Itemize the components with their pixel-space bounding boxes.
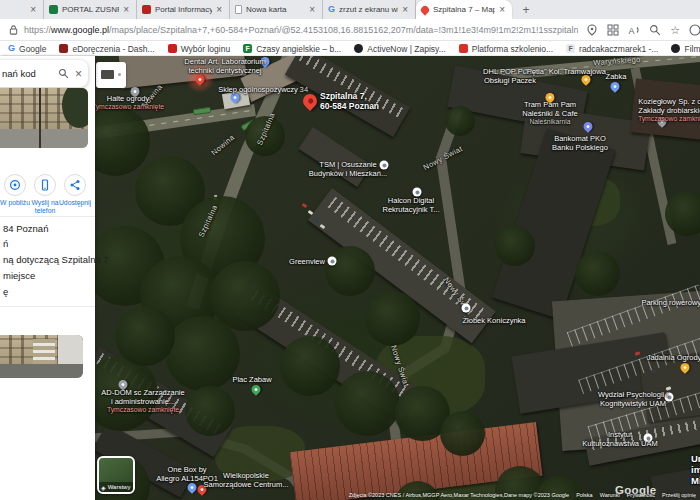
add-business-row[interactable]: ę xyxy=(3,286,8,297)
bookmark-filman[interactable]: Filman.cc - Filmy i S... xyxy=(671,44,700,54)
map-label-instytut[interactable]: InstytutKulturoznawstwa UAM xyxy=(582,430,657,448)
attribution-link-prywatnosc[interactable]: Prywatność xyxy=(627,492,655,498)
share-button[interactable]: Udostępnij xyxy=(60,174,90,216)
map-label-halcon[interactable]: Halcon DigitalRekrutacyjnik T... xyxy=(383,196,440,214)
map-label-trampam[interactable]: Tram Pam PamNaleśniki & CafeNaleśnikarni… xyxy=(522,100,577,126)
map-label-street-nowina-2: Nowina xyxy=(210,133,237,158)
map-label-zabka[interactable]: Żabka xyxy=(606,72,627,81)
map-label-jadalnia[interactable]: Jadalnia Ogrody xyxy=(647,353,700,362)
tab-close-icon[interactable]: × xyxy=(121,4,131,15)
map-label-uam[interactable]: Uniwersyim. AdamMickiewi xyxy=(691,454,700,487)
map-label-addom[interactable]: AD-DOM sc Zarządzaniei administrowanie..… xyxy=(101,388,184,414)
map-attribution: Zdjęcia ©2023 CNES / Airbus,MGGP Aero,Ma… xyxy=(349,492,696,498)
map-pin-placzabaw[interactable] xyxy=(250,383,263,396)
map-label-greenview[interactable]: Greenview xyxy=(289,257,325,266)
nearby-icon xyxy=(9,179,21,191)
activenow-icon xyxy=(354,44,363,53)
attribution-text: Zdjęcia ©2023 CNES / Airbus,MGGP Aero,Ma… xyxy=(349,492,569,498)
bookmark-platforma[interactable]: Platforma szkolenio... xyxy=(459,44,553,54)
search-card: nań kod × xyxy=(0,60,88,87)
photo-white-building xyxy=(58,335,83,365)
suggest-edit-row[interactable]: ną dotyczącą Szpitalna 7 xyxy=(3,254,109,265)
map-label-housenum-34: 34 xyxy=(299,85,308,94)
add-place-row[interactable]: miejsce xyxy=(3,270,35,281)
tab-close-icon[interactable]: × xyxy=(214,4,224,15)
street-view-photo-2[interactable] xyxy=(0,335,83,378)
map-pin-bankomat[interactable] xyxy=(582,120,595,133)
radca-icon: F xyxy=(566,44,575,53)
map-inset-toggle[interactable] xyxy=(96,62,126,88)
inset-dot xyxy=(118,73,121,76)
search-icon[interactable] xyxy=(58,68,69,79)
document-favicon xyxy=(235,5,242,14)
profile-icon[interactable] xyxy=(689,24,700,36)
tab-cutoff[interactable]: × xyxy=(0,0,44,19)
tab-close-icon[interactable]: × xyxy=(28,4,38,15)
tab-portal-informacyjny[interactable]: Portal Informacyjny Sądu × xyxy=(137,0,230,19)
clear-search-icon[interactable]: × xyxy=(75,67,82,81)
tab-close-icon[interactable]: × xyxy=(497,4,507,15)
attribution-link-polska[interactable]: Polska xyxy=(576,492,593,498)
map-label-wydzial[interactable]: Wydział Psychologii iKognitywistyki UAM xyxy=(598,390,668,408)
street-view-photo[interactable] xyxy=(0,88,88,148)
map-canvas[interactable]: Dental Art. Laboratoriumtechniki dentyst… xyxy=(95,56,700,500)
url-field[interactable]: https://www.google.pl/maps/place/Szpital… xyxy=(24,25,578,35)
map-label-sklep[interactable]: Sklep ogólnospożywczy xyxy=(218,85,298,94)
layers-button[interactable]: ◈Warstwy xyxy=(97,456,135,494)
tab-title: Szpitalna 7 – Mapy Google xyxy=(433,5,495,14)
tab-title: zrzut z ekranu windows - S. xyxy=(339,5,398,14)
split-screen-icon[interactable] xyxy=(607,24,619,36)
browser-tab-bar: × PORTAL ZUSNPI - PANEL Pl. × Portal Inf… xyxy=(0,0,700,19)
map-label-zlobek[interactable]: Żłobek Koniczynka xyxy=(463,316,526,325)
google-g-icon: G xyxy=(8,44,15,53)
tab-close-icon[interactable]: × xyxy=(307,4,317,15)
plus-code-row[interactable]: ń xyxy=(3,238,8,249)
bookmark-czasy-angielskie[interactable]: FCzasy angielskie – b... xyxy=(243,44,341,54)
bookmark-google[interactable]: GGoogle xyxy=(8,44,46,54)
map-label-wielkopolskie[interactable]: WielkopolskieSamorządowe Centrum... xyxy=(203,471,288,489)
url-path: /maps/place/Szpitalna+7,+60-584+Poznań/@… xyxy=(109,25,578,35)
map-pin-zlobek[interactable] xyxy=(462,304,471,313)
tab-portal-zusnpi[interactable]: PORTAL ZUSNPI - PANEL Pl. × xyxy=(44,0,137,19)
map-label-street-nowyswiat-3: Nowy Świat xyxy=(389,344,411,388)
phone-icon xyxy=(39,179,51,191)
map-label-parking-rowerowy[interactable]: Parking rowerowy U xyxy=(641,298,700,307)
tab-nowa-karta[interactable]: Nowa karta × xyxy=(230,0,323,19)
map-pin-greenview[interactable] xyxy=(328,257,337,266)
bookmark-wybor-loginu[interactable]: Wybór loginu xyxy=(168,44,231,54)
map-label-petla[interactable]: "Pętla" Kol. Tramwajowa xyxy=(524,67,606,76)
address-row[interactable]: 84 Poznań xyxy=(3,223,48,234)
map-label-bankomat[interactable]: Bankomat PKOBanku Polskiego xyxy=(552,134,608,152)
tab-zrzut-ekranu[interactable]: G zrzut z ekranu windows - S. × xyxy=(323,0,416,19)
map-pin-zabka[interactable] xyxy=(609,80,622,93)
url-scheme: https:// xyxy=(24,25,51,35)
filman-icon xyxy=(671,44,680,53)
favorites-star-icon[interactable]: ☆ xyxy=(670,24,680,36)
bookmark-edoreczenia[interactable]: eDoręczenia - Dash... xyxy=(59,44,154,54)
map-label-kozieglowy[interactable]: Koziegłowy Sp. z o.o.Zakłady drobiarskie… xyxy=(638,97,700,123)
location-icon[interactable] xyxy=(586,24,598,36)
new-tab-button[interactable]: + xyxy=(518,2,534,18)
place-actions: W pobliżu Wyślij natelefon Udostępnij xyxy=(0,174,95,216)
zus-favicon xyxy=(49,5,58,14)
bookmark-radca[interactable]: Fradcakaczmarek1 -... xyxy=(566,44,658,54)
address-bar: https://www.google.pl/maps/place/Szpital… xyxy=(0,19,700,41)
read-aloud-icon[interactable]: A xyxy=(628,24,640,36)
login-icon xyxy=(168,44,177,53)
map-label-marker[interactable]: Szpitalna 7,60-584 Poznań xyxy=(320,91,379,111)
search-input[interactable]: nań kod xyxy=(2,68,58,79)
map-pin-szpitalna7-main[interactable] xyxy=(300,91,320,111)
zoom-icon[interactable] xyxy=(649,24,661,36)
map-label-tsm[interactable]: TSM | OsuszanieBudynków i Mieszkań... xyxy=(309,160,387,178)
map-label-placzabaw[interactable]: Plac Zabaw xyxy=(232,375,271,384)
attribution-link-warunki[interactable]: Warunki xyxy=(600,492,620,498)
map-label-halte[interactable]: Halte ogrodyTymczasowo zamknięte xyxy=(95,94,164,111)
map-pin-jadalnia[interactable] xyxy=(679,361,692,374)
attribution-link-przeslij-opinie[interactable]: Prześlij opinię xyxy=(662,492,696,498)
bookmark-activenow[interactable]: ActiveNow | Zapisy... xyxy=(354,44,446,54)
send-to-phone-button[interactable]: Wyślij natelefon xyxy=(30,174,60,216)
tab-close-icon[interactable]: × xyxy=(400,4,410,15)
nearby-button[interactable]: W pobliżu xyxy=(0,174,30,216)
tab-szpitalna-maps[interactable]: Szpitalna 7 – Mapy Google × xyxy=(416,0,512,19)
map-label-dental[interactable]: Dental Art. Laboratoriumtechniki dentyst… xyxy=(184,57,265,75)
